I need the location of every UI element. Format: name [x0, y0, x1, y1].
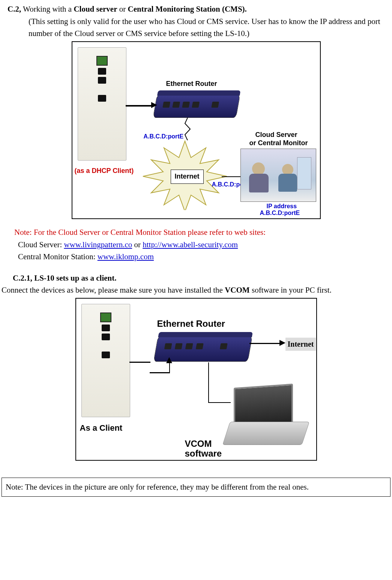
ip-address-value: A.B.C.D:portE — [260, 209, 300, 218]
internet-box-1: Internet — [171, 170, 204, 184]
arrow-dev-up-h — [129, 362, 150, 363]
or-text: or — [132, 240, 143, 249]
as-client-label: As a Client — [80, 422, 123, 434]
arrow-head-icon — [166, 357, 172, 363]
zigzag-line-icon — [182, 118, 193, 140]
link-livingpattern[interactable]: www.livingpattern.co — [64, 240, 132, 249]
cloud-server-prefix: Cloud Server: — [18, 240, 64, 249]
arrow-dev-up-v — [169, 362, 170, 372]
link-iklomp[interactable]: www.iklomp.com — [98, 252, 154, 261]
c2-bold2: Central Monitoring Station (CMS). — [128, 5, 247, 14]
ls10-device — [78, 47, 126, 161]
c21-heading-text: C.2.1, LS-10 sets up as a client. — [13, 273, 117, 282]
arrow-device-router — [126, 105, 152, 107]
c2-subtext: (This setting is only valid for the user… — [2, 15, 390, 40]
cloud-server-photo — [240, 149, 316, 202]
laptop-device — [226, 386, 312, 449]
arrow-dev-up-h2 — [150, 372, 170, 373]
c2-bold1: Cloud server — [74, 5, 117, 14]
c21-body-post: software in your PC first. — [250, 285, 332, 295]
internet-tag: Internet — [285, 338, 316, 351]
ethernet-router-1 — [153, 95, 240, 118]
c21-body-bold: VCOM — [225, 285, 250, 295]
red-note: Note: For the Cloud Server or Central Mo… — [2, 226, 390, 239]
diagram-cloud-cms: (as a DHCP Client) Ethernet Router A.B.C… — [72, 41, 321, 219]
c21-body-pre: Connect the devices as below, please mak… — [2, 285, 225, 295]
line-router-laptop-v — [208, 362, 209, 402]
c2-mid2: or — [117, 5, 128, 14]
vcom-label-2: software — [185, 446, 222, 460]
cms-link-line: Central Monitor Station: www.iklomp.com — [2, 251, 390, 263]
arrow-head-icon — [151, 102, 157, 108]
cms-prefix: Central Monitor Station: — [18, 252, 98, 261]
diagram-client: As a Client Ethernet Router Internet VCO… — [75, 298, 317, 461]
c2-mid1: Working with a — [21, 5, 74, 14]
c21-body: Connect the devices as below, please mak… — [2, 284, 390, 296]
bottom-note-text: Note: The devices in the picture are onl… — [6, 482, 309, 491]
ethernet-router-label-1: Ethernet Router — [166, 79, 217, 89]
bottom-note-box: Note: The devices in the picture are onl… — [2, 478, 390, 497]
arrow-head-icon — [279, 340, 285, 346]
link-abell[interactable]: http://www.abell-security.com — [143, 240, 238, 249]
c2-prefix: C.2, — [8, 5, 21, 14]
ls10-device-2 — [81, 304, 130, 417]
cloud-server-links: Cloud Server: www.livingpattern.co or ht… — [2, 239, 390, 251]
arrow-router-internet — [249, 343, 280, 344]
section-c21-heading: C.2.1, LS-10 sets up as a client. — [2, 272, 390, 284]
ethernet-router-label-2: Ethernet Router — [157, 317, 225, 331]
dhcp-client-label: (as a DHCP Client) — [75, 166, 134, 176]
section-c2-heading: C.2, Working with a Cloud server or Cent… — [2, 3, 390, 15]
